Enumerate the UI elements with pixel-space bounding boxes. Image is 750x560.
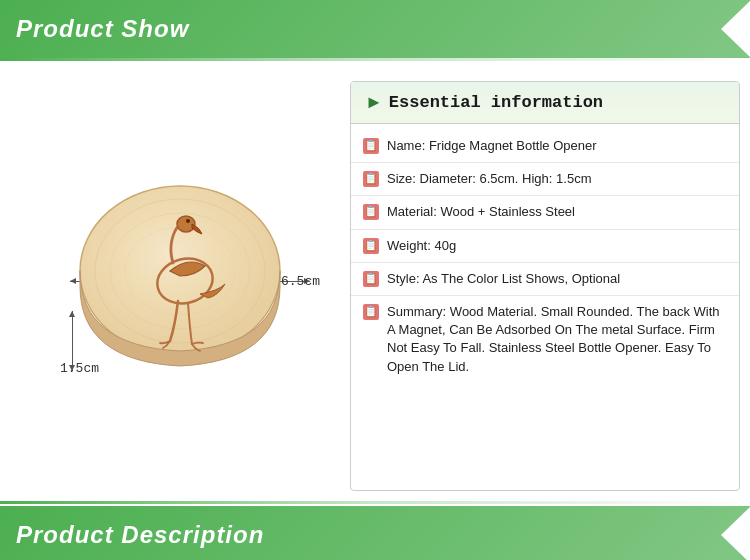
row-text-material: Material: Wood + Stainless Steel bbox=[387, 203, 727, 221]
info-arrow: ► bbox=[365, 92, 383, 113]
info-panel: ► Essential information Name: Fridge Mag… bbox=[350, 81, 740, 491]
row-icon-material bbox=[363, 204, 379, 220]
footer-bar: Product Description bbox=[0, 506, 750, 560]
info-rows: Name: Fridge Magnet Bottle Opener Size: … bbox=[351, 124, 739, 389]
row-text-weight: Weight: 40g bbox=[387, 237, 727, 255]
header-bar: Product Show bbox=[0, 0, 750, 58]
info-header: ► Essential information bbox=[351, 82, 739, 124]
disc-wrapper: 6.5cm 1.5cm bbox=[50, 166, 310, 406]
row-icon-size bbox=[363, 171, 379, 187]
bottom-divider bbox=[0, 501, 750, 504]
row-text-style: Style: As The Color List Shows, Optional bbox=[387, 270, 727, 288]
info-row-summary: Summary: Wood Material. Small Rounded. T… bbox=[351, 296, 739, 383]
info-row-name: Name: Fridge Magnet Bottle Opener bbox=[351, 130, 739, 163]
info-row-weight: Weight: 40g bbox=[351, 230, 739, 263]
main-content: 6.5cm 1.5cm bbox=[0, 61, 750, 501]
row-icon-weight bbox=[363, 238, 379, 254]
info-header-title: Essential information bbox=[389, 93, 603, 112]
row-icon-summary bbox=[363, 304, 379, 320]
product-svg bbox=[70, 176, 290, 386]
product-image-area: 6.5cm 1.5cm bbox=[10, 81, 350, 491]
footer-title: Product Description bbox=[16, 521, 264, 549]
info-row-size: Size: Diameter: 6.5cm. High: 1.5cm bbox=[351, 163, 739, 196]
row-icon-name bbox=[363, 138, 379, 154]
row-text-size: Size: Diameter: 6.5cm. High: 1.5cm bbox=[387, 170, 727, 188]
row-text-name: Name: Fridge Magnet Bottle Opener bbox=[387, 137, 727, 155]
header-title: Product Show bbox=[16, 15, 189, 43]
info-row-material: Material: Wood + Stainless Steel bbox=[351, 196, 739, 229]
row-icon-style bbox=[363, 271, 379, 287]
row-text-summary: Summary: Wood Material. Small Rounded. T… bbox=[387, 303, 727, 376]
svg-point-6 bbox=[186, 219, 190, 223]
info-row-style: Style: As The Color List Shows, Optional bbox=[351, 263, 739, 296]
